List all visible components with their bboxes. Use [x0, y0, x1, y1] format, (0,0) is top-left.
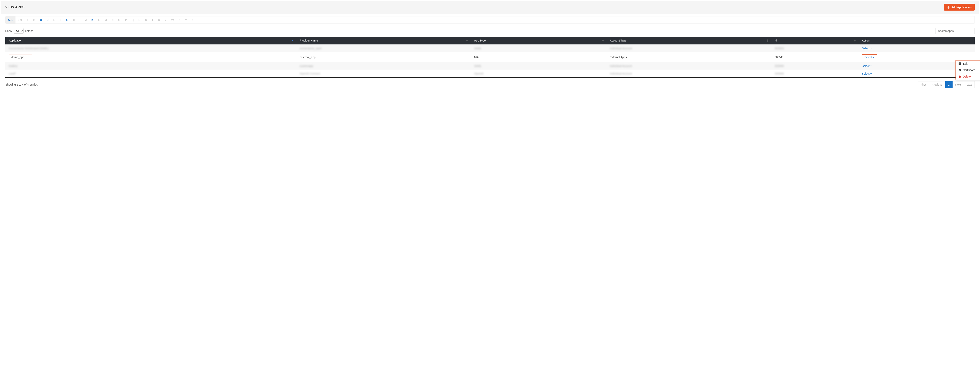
alpha-filter-Z[interactable]: Z	[189, 16, 196, 24]
alpha-filter-P[interactable]: P	[123, 16, 129, 24]
caret-down-icon	[870, 73, 872, 74]
sort-icon	[602, 40, 604, 42]
cell-application: Cornerstone OnDemand (SAML)	[5, 44, 296, 52]
table-row: demo_appexternal_appN/AExternal Apps3035…	[5, 52, 975, 62]
alpha-filter-all[interactable]: ALL	[5, 16, 16, 24]
action-dropdown-menu: EditCertificateDelete	[956, 60, 980, 80]
cell-application: Gallery	[5, 62, 296, 70]
alpha-filter-U[interactable]: U	[156, 16, 162, 24]
col-account-type[interactable]: Account Type	[606, 36, 771, 44]
svg-point-2	[959, 70, 960, 70]
alpha-filter-L[interactable]: L	[96, 16, 102, 24]
page-last[interactable]: Last	[964, 81, 975, 88]
edit-icon	[958, 62, 961, 65]
col-application[interactable]: Application	[5, 36, 296, 44]
entries-select[interactable]: All	[14, 28, 24, 34]
page-current[interactable]: 1	[945, 81, 953, 88]
alpha-filter-S[interactable]: S	[143, 16, 149, 24]
table-toolbar: Show All entries	[5, 28, 975, 34]
add-application-label: Add Application	[951, 5, 972, 9]
trash-icon	[958, 75, 961, 78]
col-app-type[interactable]: App Type	[471, 36, 606, 44]
menu-item-certificate[interactable]: Certificate	[956, 67, 980, 73]
table-row: Cornerstone OnDemand (SAML)cornerstone_s…	[5, 44, 975, 52]
alpha-filter-R[interactable]: R	[136, 16, 143, 24]
app-name-highlighted: demo_app	[9, 54, 32, 60]
alpha-filter-K[interactable]: K	[89, 16, 96, 24]
alpha-filter-E[interactable]: E	[51, 16, 57, 24]
select-action-button[interactable]: Select	[862, 47, 872, 50]
sort-icon	[854, 40, 856, 42]
cell-action: SelectEditCertificateDelete	[858, 52, 975, 62]
add-application-button[interactable]: Add Application	[944, 4, 975, 11]
cell-application: demo_app	[5, 52, 296, 62]
alpha-filter-C[interactable]: C	[38, 16, 44, 24]
table-row: LastPOpenID ConnectOpenIDIndividual Acco…	[5, 70, 975, 78]
sort-icon	[466, 40, 468, 42]
col-id[interactable]: Id	[771, 36, 858, 44]
alpha-filter-N[interactable]: N	[109, 16, 116, 24]
search-input[interactable]	[935, 28, 975, 34]
plus-icon	[947, 6, 950, 9]
menu-item-edit[interactable]: Edit	[956, 60, 980, 67]
table-row: GallerycustomappSAMLIndividual Account26…	[5, 62, 975, 70]
alpha-filter-Q[interactable]: Q	[129, 16, 136, 24]
caret-down-icon	[870, 48, 872, 49]
alpha-filter-M[interactable]: M	[102, 16, 109, 24]
alpha-filter-G[interactable]: G	[64, 16, 71, 24]
table-footer: Showing 1 to 4 of 4 entries First Previo…	[5, 81, 975, 88]
page-first[interactable]: First	[918, 81, 929, 88]
col-action: Action	[858, 36, 975, 44]
view-apps-panel: VIEW APPS Add Application ALL 0-9ABCDEFG…	[1, 1, 979, 92]
page-previous[interactable]: Previous	[929, 81, 945, 88]
page-title: VIEW APPS	[5, 5, 24, 9]
show-label: Show	[5, 29, 12, 33]
pagination: First Previous 1 Next Last	[918, 81, 975, 88]
alpha-filter-T[interactable]: T	[150, 16, 156, 24]
certificate-icon	[958, 69, 961, 71]
select-action-button[interactable]: Select	[862, 65, 872, 68]
show-entries: Show All entries	[5, 28, 33, 34]
apps-table: Application Provider Name App Type Accou…	[5, 36, 975, 78]
alpha-filter-A[interactable]: A	[24, 16, 31, 24]
alpha-filter-V[interactable]: V	[162, 16, 169, 24]
alpha-filter-D[interactable]: D	[44, 16, 51, 24]
alpha-filter-W[interactable]: W	[169, 16, 176, 24]
alpha-filter-J[interactable]: J	[83, 16, 89, 24]
caret-down-icon	[870, 66, 872, 66]
menu-item-delete[interactable]: Delete	[956, 73, 980, 80]
panel-content: ALL 0-9ABCDEFGHIJKLMNOPQRSTUVWXYZ Show A…	[1, 14, 979, 92]
alpha-filter-bar: ALL 0-9ABCDEFGHIJKLMNOPQRSTUVWXYZ	[5, 16, 975, 24]
select-action-button[interactable]: Select	[862, 72, 872, 75]
col-provider[interactable]: Provider Name	[296, 36, 471, 44]
entries-label: entries	[25, 29, 33, 33]
alpha-filter-F[interactable]: F	[57, 16, 64, 24]
page-next[interactable]: Next	[953, 81, 964, 88]
entries-info: Showing 1 to 4 of 4 entries	[5, 83, 38, 86]
cell-action: Select	[858, 44, 975, 52]
alpha-filter-X[interactable]: X	[176, 16, 183, 24]
apps-table-body: Cornerstone OnDemand (SAML)cornerstone_s…	[5, 44, 975, 78]
sort-icon	[292, 40, 293, 41]
cell-application: LastP	[5, 70, 296, 78]
panel-header: VIEW APPS Add Application	[1, 1, 979, 14]
caret-down-icon	[873, 57, 874, 58]
alpha-filter-I[interactable]: I	[78, 16, 83, 24]
alpha-filter-Y[interactable]: Y	[183, 16, 189, 24]
alpha-filter-0-9[interactable]: 0-9	[16, 16, 24, 24]
select-action-button[interactable]: Select	[862, 54, 877, 60]
sort-icon	[767, 40, 768, 42]
alpha-filter-B[interactable]: B	[31, 16, 38, 24]
alpha-filter-H[interactable]: H	[71, 16, 78, 24]
alpha-filter-O[interactable]: O	[116, 16, 123, 24]
